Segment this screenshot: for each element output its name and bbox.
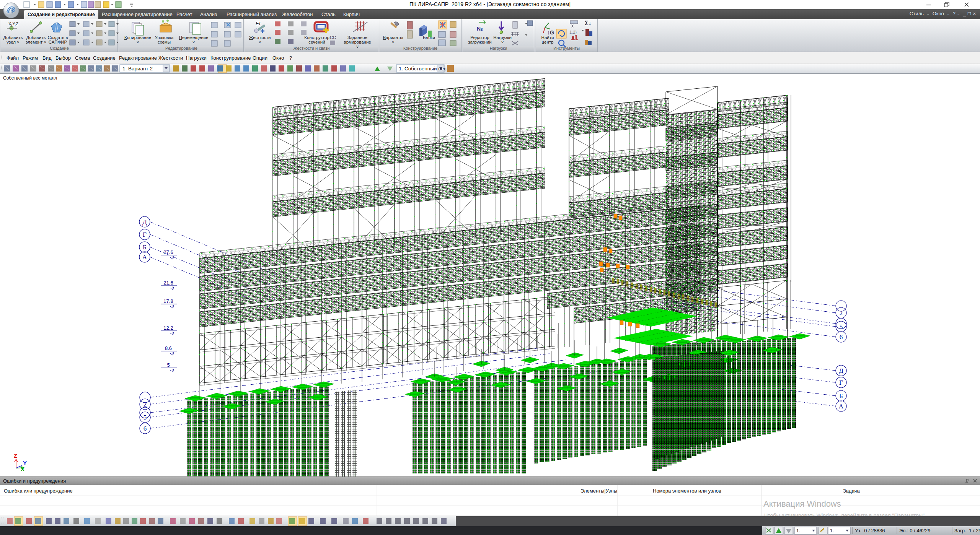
svg-text:Б: Б [143,244,147,251]
svg-text:Эл.: 0 / 46229: Эл.: 0 / 46229 [899,528,931,533]
svg-text:Уз.: 0 / 28836: Уз.: 0 / 28836 [855,528,885,533]
svg-text:6: 6 [840,333,843,341]
svg-text:А: А [839,403,844,410]
svg-text:27.6: 27.6 [163,249,173,255]
svg-text:Д: Д [839,367,843,374]
svg-text:X: X [21,466,24,472]
svg-text:Собственный вес металл: Собственный вес металл [3,75,57,81]
svg-text:17.8: 17.8 [163,298,173,304]
svg-text:Б: Б [839,392,843,400]
svg-text:Д: Д [142,218,147,226]
svg-text:5: 5 [143,414,147,421]
svg-text:2: 2 [143,401,147,408]
svg-text:5: 5 [167,362,170,368]
svg-text:Загр.: 1 / 23: Загр.: 1 / 23 [954,528,980,533]
svg-text:Г: Г [143,231,147,238]
svg-text:Г: Г [839,379,843,386]
svg-text:21.6: 21.6 [163,280,173,286]
svg-text:2: 2 [840,309,843,317]
svg-text:8.6: 8.6 [165,345,172,351]
svg-text:Z: Z [14,452,17,459]
svg-text:Y: Y [23,460,27,466]
svg-text:1.: 1. [796,528,800,533]
svg-text:12.2: 12.2 [163,325,173,331]
svg-text:1.: 1. [830,528,834,533]
svg-text:А: А [142,254,147,261]
svg-text:6: 6 [143,425,147,432]
svg-text:5: 5 [840,323,843,330]
